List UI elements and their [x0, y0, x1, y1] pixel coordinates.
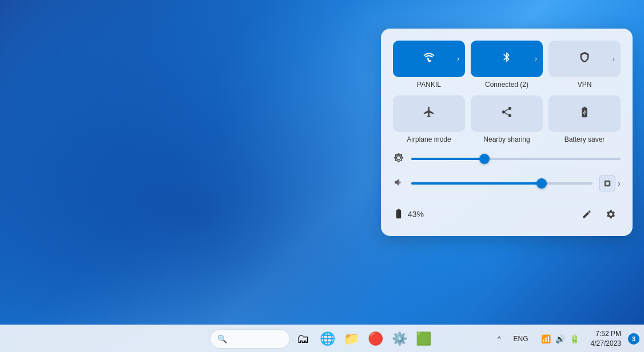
taskbar-center: 🔍 🗂 🌐 📁 🔴 ⚙️ 🟩 [210, 328, 434, 350]
volume-device-controls: › [599, 175, 621, 191]
airplane-icon [423, 106, 435, 122]
bluetooth-chevron-icon: › [535, 55, 537, 63]
airplane-mode-button[interactable] [393, 95, 465, 132]
taskbar-app-red[interactable]: 🔴 [364, 328, 386, 350]
wifi-tray-icon: 📶 [541, 334, 551, 343]
bluetooth-label: Connected (2) [485, 81, 528, 89]
language-label: ENG [514, 335, 528, 343]
sound-device-button[interactable] [599, 175, 615, 191]
bluetooth-icon [501, 51, 512, 67]
volume-device-chevron-icon: › [618, 179, 621, 188]
nearby-sharing-label: Nearby sharing [483, 135, 530, 143]
nearby-sharing-button[interactable] [471, 95, 543, 132]
brightness-section: › [393, 153, 621, 191]
airplane-toggle-wrap: Airplane mode [393, 95, 465, 143]
volume-track [411, 182, 593, 185]
taskbar-search[interactable]: 🔍 [210, 329, 290, 349]
system-tray-network-volume-battery[interactable]: 📶 🔊 🔋 [536, 332, 584, 346]
brightness-fill [411, 158, 484, 160]
battery-tray-icon: 🔋 [570, 334, 579, 343]
battery-info: 43% [393, 208, 424, 221]
vpn-shield-icon [579, 51, 590, 67]
wifi-toggle-button[interactable]: › [393, 41, 465, 77]
chevron-up-icon: ^ [498, 335, 501, 343]
nearby-sharing-toggle-wrap: Nearby sharing [471, 95, 543, 143]
volume-fill [411, 182, 542, 185]
brightness-row [393, 153, 621, 165]
panel-bottom: 43% [393, 202, 621, 224]
taskbar-app-settings[interactable]: ⚙️ [388, 328, 410, 350]
airplane-mode-label: Airplane mode [407, 135, 451, 143]
system-tray-language[interactable]: ENG [509, 333, 533, 345]
taskbar: 🔍 🗂 🌐 📁 🔴 ⚙️ 🟩 ^ ENG 📶 🔊 🔋 7:52 PM 4/27/… [0, 325, 644, 352]
brightness-thumb[interactable] [479, 154, 490, 164]
bluetooth-toggle-wrap: › Connected (2) [471, 41, 543, 89]
nearby-sharing-icon [500, 106, 513, 122]
edit-quick-settings-button[interactable] [577, 205, 597, 224]
battery-saver-icon [578, 106, 591, 122]
volume-tray-icon: 🔊 [555, 334, 565, 343]
taskbar-app-files-explorer[interactable]: 🗂 [292, 328, 314, 350]
clock-area[interactable]: 7:52 PM 4/27/2023 [587, 328, 625, 350]
battery-percentage: 43% [408, 210, 424, 219]
vpn-toggle-button[interactable]: › [548, 41, 621, 77]
volume-slider-container [411, 178, 593, 189]
volume-icon [393, 177, 404, 190]
brightness-icon [393, 153, 404, 165]
volume-thumb[interactable] [536, 178, 547, 189]
clock-date: 4/27/2023 [591, 339, 621, 349]
wifi-chevron-icon: › [457, 55, 459, 63]
system-tray-hidden-icons[interactable]: ^ [493, 333, 506, 345]
search-icon: 🔍 [217, 334, 227, 343]
battery-icon [393, 208, 404, 221]
battery-saver-button[interactable] [548, 95, 621, 132]
brightness-track [411, 158, 621, 160]
wifi-toggle-wrap: › PANKIL [393, 41, 465, 89]
vpn-toggle-wrap: › VPN [548, 41, 621, 89]
taskbar-app-green[interactable]: 🟩 [412, 328, 434, 350]
open-settings-button[interactable] [601, 205, 621, 224]
wifi-icon [423, 51, 435, 67]
vpn-label: VPN [578, 81, 592, 89]
toggle-row-2: Airplane mode Nearby sharing Bat [393, 95, 621, 143]
panel-actions [577, 205, 621, 224]
wifi-label: PANKIL [417, 81, 441, 89]
taskbar-app-file-manager[interactable]: 📁 [340, 328, 362, 350]
quick-settings-panel: › PANKIL › Connected (2) [381, 29, 633, 236]
brightness-slider-container [411, 153, 621, 165]
taskbar-app-chrome[interactable]: 🌐 [316, 328, 338, 350]
vpn-chevron-icon: › [613, 55, 615, 63]
taskbar-right: ^ ENG 📶 🔊 🔋 7:52 PM 4/27/2023 3 [493, 328, 639, 350]
notification-badge[interactable]: 3 [628, 333, 639, 345]
bluetooth-toggle-button[interactable]: › [471, 41, 543, 77]
toggle-row-1: › PANKIL › Connected (2) [393, 41, 621, 89]
volume-row: › [393, 175, 621, 191]
notification-count: 3 [632, 335, 635, 342]
clock-time: 7:52 PM [595, 329, 621, 339]
battery-saver-toggle-wrap: Battery saver [548, 95, 621, 143]
battery-saver-label: Battery saver [565, 135, 605, 143]
